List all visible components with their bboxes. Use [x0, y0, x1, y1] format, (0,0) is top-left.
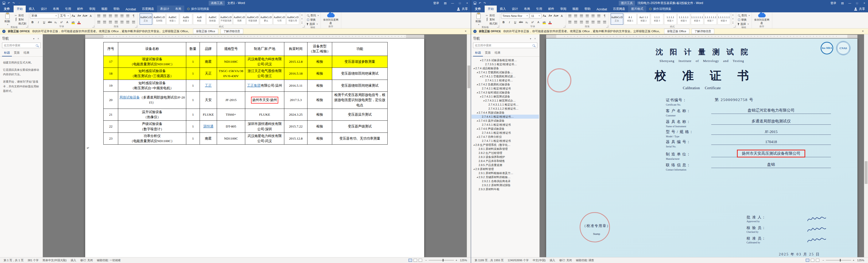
expand-triangle-icon[interactable]: ◢ [472, 168, 475, 170]
nav-outline-item[interactable]: ◢ 2.9.3 原材料年检 [471, 187, 539, 191]
subscript-button[interactable]: x₂ [53, 20, 59, 25]
scrollbar-thumb[interactable] [467, 66, 470, 88]
language-indicator[interactable]: 简体中文(中国大陆) [40, 259, 68, 262]
paste-button[interactable]: 粘贴 ▾ [1, 13, 13, 26]
styles-scroll-down-icon[interactable]: ▾ [302, 18, 303, 20]
table-cell[interactable]: 南星 [200, 132, 217, 144]
insert-mode[interactable]: 插入 [548, 259, 557, 262]
tab-table-design[interactable]: 表设计 [157, 5, 172, 12]
table-cell[interactable]: 源恒通 [200, 121, 217, 133]
increase-indent-icon[interactable] [120, 13, 125, 19]
table-cell[interactable]: 温升试验设备 （热像仪） [118, 108, 186, 121]
borders-icon[interactable] [131, 20, 136, 25]
italic-button[interactable]: I [507, 20, 512, 25]
save-to-baidu-button[interactable]: 保存到百度网盘 [322, 13, 340, 25]
tab-design[interactable]: 设计 [509, 5, 521, 12]
tab-layout[interactable]: 布局 [521, 5, 533, 12]
style-gallery-item[interactable]: AaBbC 标题 1 [166, 13, 179, 25]
table-cell[interactable]: 变压器声级测试 [332, 121, 388, 133]
nav-outline-item[interactable]: ◢ 2.7.4.6.1 检定/校准证书 [471, 131, 539, 135]
align-right-icon[interactable] [108, 20, 113, 25]
get-genuine-office-button[interactable]: 获取正版 Office [664, 29, 689, 34]
table-cell[interactable]: 深圳市源恒通科技有限公司/深圳 [245, 121, 284, 133]
page-indicator[interactable]: 第 1 页，共 1 页 [1, 259, 26, 262]
tab-baidu-netdisk[interactable]: 百度网盘 [610, 5, 628, 12]
read-mode-view-icon[interactable] [413, 259, 417, 262]
expand-triangle-icon[interactable]: ◢ [472, 144, 475, 146]
table-cell[interactable]: 检验 [308, 132, 332, 144]
nav-outline-item[interactable]: ◢ 2.7.4.1.1 空载损耗测试设… [471, 74, 539, 78]
tab-picture-format[interactable]: 图片格式 [628, 5, 646, 12]
font-size-select[interactable]: 11▾ [530, 13, 541, 19]
tell-me-search[interactable]: 操作说明搜索 [184, 5, 212, 12]
get-genuine-office-button[interactable]: 获取正版 Office [193, 29, 218, 34]
nav-pane-options-icon[interactable]: ▾ [31, 37, 36, 40]
table-cell[interactable]: DT-805 [217, 121, 245, 133]
zoom-slider[interactable] [826, 260, 851, 261]
nav-tab-pages[interactable]: 页面 [12, 50, 22, 57]
table-cell[interactable]: 1 [186, 56, 200, 68]
web-layout-view-icon[interactable] [816, 259, 819, 262]
numbering-icon[interactable] [573, 13, 579, 19]
nav-outline-item[interactable]: ◢ 2.9.2.2 原材料测试报告 [471, 183, 539, 187]
style-gallery-item[interactable]: 1.1.1 标题 3 [651, 13, 663, 25]
nav-tab-pages[interactable]: 页面 [483, 50, 493, 57]
sort-icon[interactable] [125, 13, 130, 19]
shrink-font-button[interactable]: A▾ [548, 13, 553, 19]
strikethrough-button[interactable]: abc [48, 20, 53, 25]
expand-triangle-icon[interactable]: ◢ [483, 99, 485, 101]
tab-mailings[interactable]: 邮件 [545, 5, 557, 12]
document-canvas[interactable]: 序号 设备名称 数量 品牌 规格型号 制造厂家/产地 购置时间 设备类型 （加工… [43, 38, 467, 257]
redo-icon[interactable]: ↷ [483, 1, 487, 5]
nav-outline-item[interactable]: ◢ 2.8.4 产品库存和销售 [471, 159, 539, 163]
nav-outline-item[interactable]: ◢ 2.8.2 生产过程管理 [471, 151, 539, 155]
styles-scroll-down-icon[interactable]: ▾ [733, 18, 734, 20]
zoom-slider-knob[interactable] [442, 259, 443, 262]
tab-file[interactable]: 文件 [0, 5, 13, 12]
table-cell[interactable]: 20 [103, 92, 118, 109]
highlight-color-button[interactable]: ab [70, 20, 76, 25]
superscript-button[interactable]: x² [59, 20, 64, 25]
table-cell[interactable]: 21 [103, 108, 118, 121]
nav-outline-item[interactable]: ◢ 2.7.4.1 空载损耗试验设备… [471, 70, 539, 74]
style-gallery-item[interactable]: 1.1.1.1.1 标题 5 [678, 13, 690, 25]
share-button[interactable]: 共享 [851, 5, 868, 12]
style-gallery-item[interactable]: 1.1.1.1 标题 4 [664, 13, 677, 25]
tab-mailings[interactable]: 邮件 [74, 5, 86, 12]
search-icon[interactable] [36, 44, 38, 46]
nav-tab-results[interactable]: 结果 [22, 50, 31, 57]
hyperlink-text[interactable]: 源恒通 [203, 125, 214, 128]
document-page[interactable]: 序号 设备名称 数量 品牌 规格型号 制造厂家/产地 购置时间 设备类型 （加工… [85, 38, 424, 257]
print-layout-view-icon[interactable] [806, 259, 809, 262]
minimize-button[interactable]: — [449, 0, 456, 6]
hyperlink-text[interactable]: 局放试验设备 [119, 96, 140, 99]
tab-review[interactable]: 审阅 [557, 5, 569, 12]
nav-outline-item[interactable]: ◢ 2.7.4.4 局放试验设备 [471, 110, 539, 114]
table-header-cell[interactable]: 设备类型 （加工/检验） [308, 42, 332, 56]
save-to-baidu-button[interactable]: 保存到百度网盘 [753, 13, 771, 25]
highlight-color-button[interactable]: ab [541, 20, 547, 25]
table-cell[interactable]: 1 [186, 79, 200, 92]
table-cell[interactable]: 变压器温升测试 [332, 108, 388, 121]
table-cell[interactable]: 南星 [200, 56, 217, 68]
table-cell[interactable]: 天正 [200, 68, 217, 80]
hyperlink-text[interactable]: 工正 [205, 84, 212, 88]
increase-indent-icon[interactable] [590, 13, 596, 19]
style-gallery-item[interactable]: AaBbCcD 强调 [233, 13, 246, 25]
dialog-launcher-icon[interactable] [606, 26, 608, 28]
table-cell[interactable]: 变压器有功、无功功率测量 [332, 132, 388, 144]
dialog-launcher-icon[interactable] [497, 26, 499, 28]
expand-triangle-icon[interactable]: ◢ [479, 59, 482, 61]
table-cell[interactable]: 检验 [308, 121, 332, 133]
bold-button[interactable]: B [501, 20, 506, 25]
nav-outline-item[interactable]: ◢ 2.7.4.3.1 耐压测试设备 [471, 95, 539, 99]
expand-triangle-icon[interactable]: ◢ [476, 136, 478, 138]
nav-outline-item[interactable]: ◢ 2.7.4.3 短时感应试验设备 [471, 91, 539, 95]
nav-outline-item[interactable]: ◢ 2.8.1 原材料采购和管理 [471, 147, 539, 151]
font-color-button[interactable]: A [76, 20, 82, 25]
find-button[interactable]: 查找▾ [738, 13, 750, 18]
print-layout-view-icon[interactable] [408, 259, 412, 262]
format-painter-button[interactable]: 格式刷 [485, 22, 498, 26]
show-marks-icon[interactable]: ¶ [131, 13, 136, 19]
nav-outline-item[interactable]: ◢ 2.7.3.5 试验设备检定/校准… [471, 58, 539, 62]
